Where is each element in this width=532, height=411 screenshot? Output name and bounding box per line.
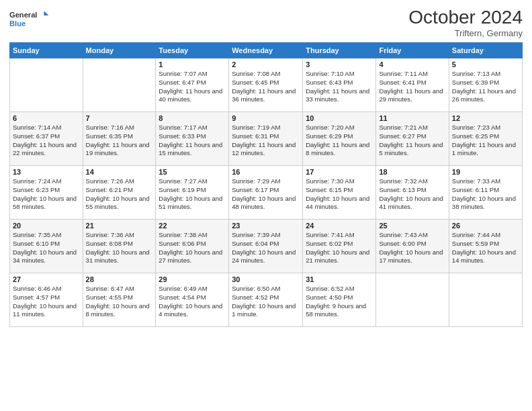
day-info: Sunrise: 7:17 AMSunset: 6:33 PMDaylight:… — [159, 124, 226, 158]
calendar-cell: 22 Sunrise: 7:38 AMSunset: 6:06 PMDaylig… — [156, 220, 229, 273]
day-number: 9 — [232, 114, 300, 122]
calendar-cell: 20 Sunrise: 7:35 AMSunset: 6:10 PMDaylig… — [10, 220, 83, 273]
day-info: Sunrise: 7:36 AMSunset: 6:08 PMDaylight:… — [86, 231, 153, 265]
calendar-cell: 1 Sunrise: 7:07 AMSunset: 6:47 PMDayligh… — [156, 58, 229, 112]
day-info: Sunrise: 6:47 AMSunset: 4:55 PMDaylight:… — [86, 285, 153, 319]
day-info: Sunrise: 7:19 AMSunset: 6:31 PMDaylight:… — [232, 124, 300, 158]
month-year-title: October 2024 — [408, 7, 523, 28]
day-info: Sunrise: 6:52 AMSunset: 4:50 PMDaylight:… — [306, 285, 373, 319]
calendar-cell: 21 Sunrise: 7:36 AMSunset: 6:08 PMDaylig… — [83, 220, 156, 273]
day-number: 3 — [306, 60, 373, 68]
calendar-cell: 6 Sunrise: 7:14 AMSunset: 6:37 PMDayligh… — [10, 112, 83, 166]
weekday-header-monday: Monday — [83, 43, 156, 58]
day-number: 11 — [379, 114, 445, 122]
day-info: Sunrise: 7:13 AMSunset: 6:39 PMDaylight:… — [452, 70, 519, 104]
day-number: 30 — [232, 275, 300, 283]
calendar-cell: 25 Sunrise: 7:43 AMSunset: 6:00 PMDaylig… — [376, 220, 449, 273]
calendar-cell: 31 Sunrise: 6:52 AMSunset: 4:50 PMDaylig… — [303, 273, 376, 327]
day-number: 25 — [379, 222, 445, 230]
svg-text:Blue: Blue — [9, 19, 26, 28]
calendar-cell: 30 Sunrise: 6:50 AMSunset: 4:52 PMDaylig… — [229, 273, 303, 327]
calendar-cell — [449, 273, 522, 327]
calendar-cell: 16 Sunrise: 7:29 AMSunset: 6:17 PMDaylig… — [229, 166, 303, 220]
day-number: 16 — [232, 168, 300, 176]
day-info: Sunrise: 7:39 AMSunset: 6:04 PMDaylight:… — [232, 231, 300, 265]
calendar-cell: 11 Sunrise: 7:21 AMSunset: 6:27 PMDaylig… — [376, 112, 449, 166]
day-info: Sunrise: 6:46 AMSunset: 4:57 PMDaylight:… — [13, 285, 80, 319]
day-info: Sunrise: 7:43 AMSunset: 6:00 PMDaylight:… — [379, 231, 445, 265]
calendar-cell: 26 Sunrise: 7:44 AMSunset: 5:59 PMDaylig… — [449, 220, 522, 273]
day-number: 6 — [13, 114, 80, 122]
day-number: 22 — [159, 222, 226, 230]
day-info: Sunrise: 7:10 AMSunset: 6:43 PMDaylight:… — [306, 70, 373, 104]
calendar-cell: 23 Sunrise: 7:39 AMSunset: 6:04 PMDaylig… — [229, 220, 303, 273]
calendar-table: SundayMondayTuesdayWednesdayThursdayFrid… — [9, 42, 523, 327]
calendar-cell: 19 Sunrise: 7:33 AMSunset: 6:11 PMDaylig… — [449, 166, 522, 220]
day-number: 18 — [379, 168, 445, 176]
calendar-cell: 12 Sunrise: 7:23 AMSunset: 6:25 PMDaylig… — [449, 112, 522, 166]
day-info: Sunrise: 7:23 AMSunset: 6:25 PMDaylight:… — [452, 124, 519, 158]
day-number: 14 — [86, 168, 153, 176]
day-info: Sunrise: 7:11 AMSunset: 6:41 PMDaylight:… — [379, 70, 445, 104]
day-number: 10 — [306, 114, 373, 122]
weekday-header-sunday: Sunday — [10, 43, 83, 58]
weekday-header-thursday: Thursday — [303, 43, 376, 58]
calendar-cell: 28 Sunrise: 6:47 AMSunset: 4:55 PMDaylig… — [83, 273, 156, 327]
logo: General Blue — [9, 7, 50, 32]
weekday-header-saturday: Saturday — [449, 43, 522, 58]
day-info: Sunrise: 7:27 AMSunset: 6:19 PMDaylight:… — [159, 177, 226, 212]
day-info: Sunrise: 7:21 AMSunset: 6:27 PMDaylight:… — [379, 124, 445, 158]
day-info: Sunrise: 7:24 AMSunset: 6:23 PMDaylight:… — [13, 177, 80, 212]
day-number: 5 — [452, 60, 519, 68]
calendar-cell: 27 Sunrise: 6:46 AMSunset: 4:57 PMDaylig… — [10, 273, 83, 327]
calendar-cell: 15 Sunrise: 7:27 AMSunset: 6:19 PMDaylig… — [156, 166, 229, 220]
calendar-cell: 4 Sunrise: 7:11 AMSunset: 6:41 PMDayligh… — [376, 58, 449, 112]
calendar-cell: 17 Sunrise: 7:30 AMSunset: 6:15 PMDaylig… — [303, 166, 376, 220]
day-number: 4 — [379, 60, 445, 68]
day-info: Sunrise: 7:26 AMSunset: 6:21 PMDaylight:… — [86, 177, 153, 212]
title-block: October 2024 Triftern, Germany — [408, 7, 523, 38]
day-number: 26 — [452, 222, 519, 230]
calendar-cell: 10 Sunrise: 7:20 AMSunset: 6:29 PMDaylig… — [303, 112, 376, 166]
day-number: 17 — [306, 168, 373, 176]
day-number: 15 — [159, 168, 226, 176]
day-number: 1 — [159, 60, 226, 68]
day-number: 19 — [452, 168, 519, 176]
day-number: 7 — [86, 114, 153, 122]
calendar-cell: 2 Sunrise: 7:08 AMSunset: 6:45 PMDayligh… — [229, 58, 303, 112]
day-number: 27 — [13, 275, 80, 283]
svg-marker-2 — [44, 11, 48, 15]
day-info: Sunrise: 7:33 AMSunset: 6:11 PMDaylight:… — [452, 177, 519, 212]
calendar-cell — [376, 273, 449, 327]
day-info: Sunrise: 7:29 AMSunset: 6:17 PMDaylight:… — [232, 177, 300, 212]
day-info: Sunrise: 7:44 AMSunset: 5:59 PMDaylight:… — [452, 231, 519, 265]
day-info: Sunrise: 6:50 AMSunset: 4:52 PMDaylight:… — [232, 285, 300, 319]
day-info: Sunrise: 7:08 AMSunset: 6:45 PMDaylight:… — [232, 70, 300, 104]
calendar-cell: 8 Sunrise: 7:17 AMSunset: 6:33 PMDayligh… — [156, 112, 229, 166]
calendar-cell: 24 Sunrise: 7:41 AMSunset: 6:02 PMDaylig… — [303, 220, 376, 273]
day-info: Sunrise: 6:49 AMSunset: 4:54 PMDaylight:… — [159, 285, 226, 319]
calendar-cell: 18 Sunrise: 7:32 AMSunset: 6:13 PMDaylig… — [376, 166, 449, 220]
day-info: Sunrise: 7:07 AMSunset: 6:47 PMDaylight:… — [159, 70, 226, 104]
day-info: Sunrise: 7:16 AMSunset: 6:35 PMDaylight:… — [86, 124, 153, 158]
location-subtitle: Triftern, Germany — [408, 28, 523, 38]
day-number: 21 — [86, 222, 153, 230]
day-number: 8 — [159, 114, 226, 122]
day-info: Sunrise: 7:20 AMSunset: 6:29 PMDaylight:… — [306, 124, 373, 158]
day-info: Sunrise: 7:14 AMSunset: 6:37 PMDaylight:… — [13, 124, 80, 158]
day-number: 28 — [86, 275, 153, 283]
day-info: Sunrise: 7:32 AMSunset: 6:13 PMDaylight:… — [379, 177, 445, 212]
day-info: Sunrise: 7:35 AMSunset: 6:10 PMDaylight:… — [13, 231, 80, 265]
day-number: 2 — [232, 60, 300, 68]
day-number: 23 — [232, 222, 300, 230]
day-number: 31 — [306, 275, 373, 283]
calendar-cell: 3 Sunrise: 7:10 AMSunset: 6:43 PMDayligh… — [303, 58, 376, 112]
calendar-cell: 29 Sunrise: 6:49 AMSunset: 4:54 PMDaylig… — [156, 273, 229, 327]
day-number: 24 — [306, 222, 373, 230]
day-info: Sunrise: 7:30 AMSunset: 6:15 PMDaylight:… — [306, 177, 373, 212]
calendar-cell: 7 Sunrise: 7:16 AMSunset: 6:35 PMDayligh… — [83, 112, 156, 166]
calendar-cell: 14 Sunrise: 7:26 AMSunset: 6:21 PMDaylig… — [83, 166, 156, 220]
calendar-cell: 5 Sunrise: 7:13 AMSunset: 6:39 PMDayligh… — [449, 58, 522, 112]
day-info: Sunrise: 7:38 AMSunset: 6:06 PMDaylight:… — [159, 231, 226, 265]
weekday-header-tuesday: Tuesday — [156, 43, 229, 58]
